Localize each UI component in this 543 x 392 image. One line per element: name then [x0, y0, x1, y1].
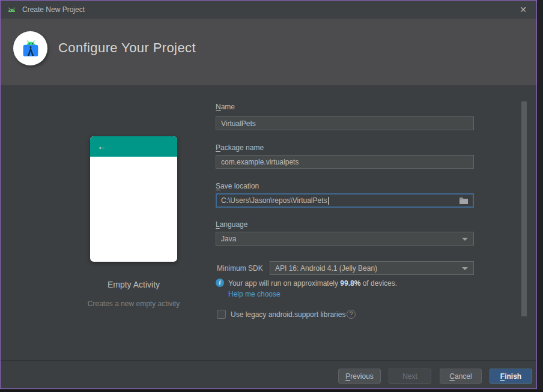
vertical-scrollbar[interactable] [521, 101, 527, 316]
minimum-sdk-label: Minimum SDK [217, 264, 263, 273]
language-label-mnemonic: L [216, 220, 220, 229]
window-title: Create New Project [22, 5, 85, 14]
save-location-value: C:\Users\Jason\repos\VirtualPets [221, 196, 327, 205]
previous-rest: revious [350, 372, 374, 381]
language-label-rest: anguage [220, 220, 248, 229]
chevron-down-icon [462, 238, 468, 241]
save-location-input[interactable]: C:\Users\Jason\repos\VirtualPets [216, 193, 474, 208]
location-label-rest: ave location [220, 182, 259, 190]
cancel-mnemonic: C [449, 372, 455, 381]
next-label: Next [402, 372, 417, 381]
language-label: Language [216, 220, 247, 229]
create-new-project-dialog: Create New Project ✕ Con [0, 0, 537, 389]
android-icon [7, 5, 17, 15]
page-title: Configure Your Project [58, 40, 196, 56]
package-label-mnemonic: P [216, 143, 220, 152]
back-arrow-icon: ← [97, 141, 106, 151]
android-studio-logo-art [19, 37, 42, 60]
package-name-label: Package name [216, 143, 264, 152]
package-label-rest: ackage name [220, 143, 264, 152]
minimum-sdk-dropdown[interactable]: API 16: Android 4.1 (Jelly Bean) [270, 261, 474, 275]
sdk-note-percentage: 99.8% [340, 279, 360, 288]
text-caret [328, 197, 329, 205]
name-label-rest: ame [221, 103, 235, 111]
preview-appbar: ← [90, 136, 177, 157]
screen: Create New Project ✕ Con [0, 0, 543, 392]
previous-mnemonic: P [345, 372, 350, 381]
name-label: Name [216, 103, 235, 111]
help-question-icon[interactable]: ? [347, 310, 356, 319]
wizard-content: ← Empty Activity Creates a new empty act… [1, 85, 536, 361]
finish-rest: inish [505, 372, 521, 381]
sdk-note-suffix: of devices. [360, 279, 397, 288]
dialog-button-bar: Previous Next Cancel Finish [1, 361, 536, 388]
previous-button[interactable]: Previous [338, 369, 381, 384]
legacy-support-checkbox[interactable] [217, 310, 226, 319]
close-icon[interactable]: ✕ [518, 4, 529, 15]
wizard-header: Configure Your Project [1, 19, 536, 85]
desktop-edge-right [538, 0, 543, 392]
cancel-button[interactable]: Cancel [440, 369, 482, 384]
name-input[interactable] [216, 116, 474, 130]
info-icon: i [216, 279, 224, 287]
title-bar[interactable]: Create New Project ✕ [1, 1, 536, 19]
cancel-rest: ancel [455, 372, 472, 381]
minimum-sdk-value: API 16: Android 4.1 (Jelly Bean) [275, 264, 377, 273]
activity-name: Empty Activity [90, 280, 177, 289]
legacy-support-label: Use legacy android.support libraries [231, 310, 345, 319]
sdk-coverage-note: Your app will run on approximately 99.8%… [228, 279, 397, 288]
activity-preview-card: ← [90, 136, 177, 262]
finish-button[interactable]: Finish [490, 369, 532, 384]
save-location-label: Save location [216, 182, 259, 190]
language-dropdown[interactable]: Java [216, 232, 474, 246]
browse-folder-icon[interactable] [459, 196, 469, 205]
activity-description: Creates a new empty activity [72, 300, 195, 308]
location-label-mnemonic: S [216, 182, 220, 190]
help-me-choose-link[interactable]: Help me choose [228, 290, 281, 298]
next-button: Next [389, 369, 431, 384]
language-value: Java [221, 235, 236, 243]
name-label-mnemonic: N [216, 103, 221, 111]
sdk-note-prefix: Your app will run on approximately [228, 279, 340, 288]
android-studio-logo [13, 31, 47, 65]
package-name-input[interactable] [216, 155, 474, 169]
chevron-down-icon [462, 267, 468, 270]
